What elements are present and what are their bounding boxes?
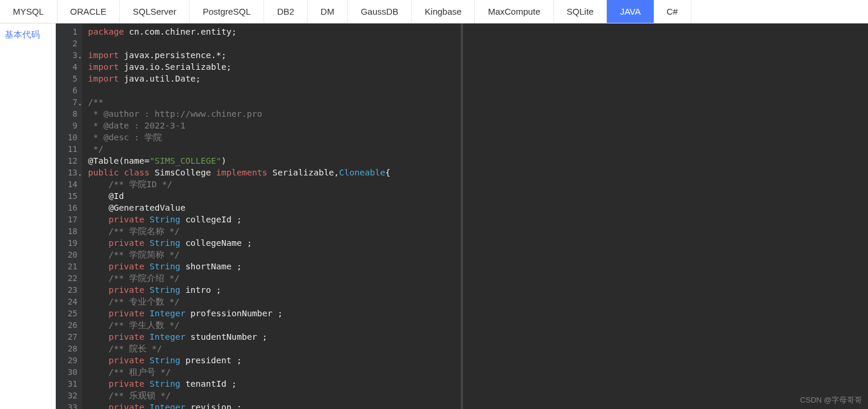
code-line[interactable]: /** 学院简称 */ xyxy=(88,249,461,261)
code-line[interactable]: public class SimsCollege implements Seri… xyxy=(88,167,461,178)
code-line[interactable]: /** 学院ID */ xyxy=(88,178,461,190)
line-number: 11 xyxy=(56,143,82,155)
sidebar-item-basic-code[interactable]: 基本代码 xyxy=(5,29,51,40)
line-number: 5 xyxy=(56,73,82,84)
code-line[interactable] xyxy=(88,84,461,96)
tab-mysql[interactable]: MYSQL xyxy=(0,0,58,23)
line-number: 2 xyxy=(56,38,82,49)
code-line[interactable]: package cn.com.chiner.entity; xyxy=(88,26,461,38)
code-line[interactable]: private String president ; xyxy=(88,354,461,366)
line-number: 4 xyxy=(56,61,82,73)
line-number: 21 xyxy=(56,261,82,272)
line-number: 22 xyxy=(56,272,82,284)
right-panel xyxy=(461,23,868,409)
tab-db2[interactable]: DB2 xyxy=(264,0,308,23)
line-gutter: 123▾4567▾8910111213▾14151617181920212223… xyxy=(56,23,82,409)
line-number: 13▾ xyxy=(56,167,82,178)
code-line[interactable]: @Id xyxy=(88,190,461,202)
line-number: 24 xyxy=(56,296,82,307)
line-number: 31 xyxy=(56,378,82,390)
tab-sqlite[interactable]: SQLite xyxy=(554,0,607,23)
tab-sqlserver[interactable]: SQLServer xyxy=(120,0,190,23)
code-line[interactable]: import java.util.Date; xyxy=(88,73,461,84)
line-number: 6 xyxy=(56,84,82,96)
code-line[interactable]: import javax.persistence.*; xyxy=(88,49,461,61)
code-line[interactable]: @GeneratedValue xyxy=(88,202,461,214)
line-number: 16 xyxy=(56,202,82,214)
code-line[interactable]: private String collegeName ; xyxy=(88,237,461,249)
code-line[interactable]: private Integer studentNumber ; xyxy=(88,331,461,343)
line-number: 26 xyxy=(56,319,82,331)
code-line[interactable]: /** 乐观锁 */ xyxy=(88,390,461,401)
code-line[interactable]: */ xyxy=(88,143,461,155)
code-line[interactable]: * @author : http://www.chiner.pro xyxy=(88,108,461,120)
line-number: 29 xyxy=(56,354,82,366)
main: 基本代码 123▾4567▾8910111213▾141516171819202… xyxy=(0,23,868,409)
code-line[interactable]: private String intro ; xyxy=(88,284,461,296)
code-line[interactable]: /** 租户号 */ xyxy=(88,366,461,378)
tab-c#[interactable]: C# xyxy=(654,0,691,23)
line-number: 10 xyxy=(56,131,82,143)
code-line[interactable]: /** 学院介绍 */ xyxy=(88,272,461,284)
code-line[interactable]: /** xyxy=(88,96,461,108)
tab-postgresql[interactable]: PostgreSQL xyxy=(190,0,264,23)
code-line[interactable]: * @desc : 学院 xyxy=(88,131,461,143)
line-number: 8 xyxy=(56,108,82,120)
code-line[interactable]: * @date : 2022-3-1 xyxy=(88,120,461,131)
code-line[interactable]: @Table(name="SIMS_COLLEGE") xyxy=(88,155,461,167)
tab-java[interactable]: JAVA xyxy=(607,0,653,23)
line-number: 3▾ xyxy=(56,49,82,61)
tab-oracle[interactable]: ORACLE xyxy=(58,0,120,23)
line-number: 18 xyxy=(56,225,82,237)
code-line[interactable]: private Integer revision ; xyxy=(88,401,461,409)
tab-maxcompute[interactable]: MaxCompute xyxy=(475,0,553,23)
code-area[interactable]: package cn.com.chiner.entity;import java… xyxy=(82,23,461,409)
line-number: 32 xyxy=(56,390,82,401)
line-number: 20 xyxy=(56,249,82,261)
line-number: 17 xyxy=(56,214,82,225)
code-line[interactable]: /** 学生人数 */ xyxy=(88,319,461,331)
code-line[interactable] xyxy=(88,38,461,49)
line-number: 7▾ xyxy=(56,96,82,108)
code-line[interactable]: private String tenantId ; xyxy=(88,378,461,390)
sidebar: 基本代码 xyxy=(0,23,56,409)
code-line[interactable]: import java.io.Serializable; xyxy=(88,61,461,73)
line-number: 23 xyxy=(56,284,82,296)
code-editor[interactable]: 123▾4567▾8910111213▾14151617181920212223… xyxy=(56,23,461,409)
code-line[interactable]: /** 学院名称 */ xyxy=(88,225,461,237)
line-number: 12 xyxy=(56,155,82,167)
line-number: 28 xyxy=(56,343,82,354)
tab-dm[interactable]: DM xyxy=(308,0,347,23)
code-line[interactable]: private Integer professionNumber ; xyxy=(88,307,461,319)
code-line[interactable]: /** 院长 */ xyxy=(88,343,461,354)
line-number: 14 xyxy=(56,178,82,190)
db-tabs: MYSQLORACLESQLServerPostgreSQLDB2DMGauss… xyxy=(0,0,868,23)
code-line[interactable]: /** 专业个数 */ xyxy=(88,296,461,307)
tab-kingbase[interactable]: Kingbase xyxy=(412,0,475,23)
line-number: 1 xyxy=(56,26,82,38)
code-line[interactable]: private String collegeId ; xyxy=(88,214,461,225)
line-number: 9 xyxy=(56,120,82,131)
line-number: 15 xyxy=(56,190,82,202)
line-number: 25 xyxy=(56,307,82,319)
line-number: 30 xyxy=(56,366,82,378)
line-number: 19 xyxy=(56,237,82,249)
code-line[interactable]: private String shortName ; xyxy=(88,261,461,272)
line-number: 27 xyxy=(56,331,82,343)
tab-gaussdb[interactable]: GaussDB xyxy=(348,0,412,23)
watermark: CSDN @字母哥哥 xyxy=(800,395,862,405)
line-number: 33 xyxy=(56,401,82,409)
